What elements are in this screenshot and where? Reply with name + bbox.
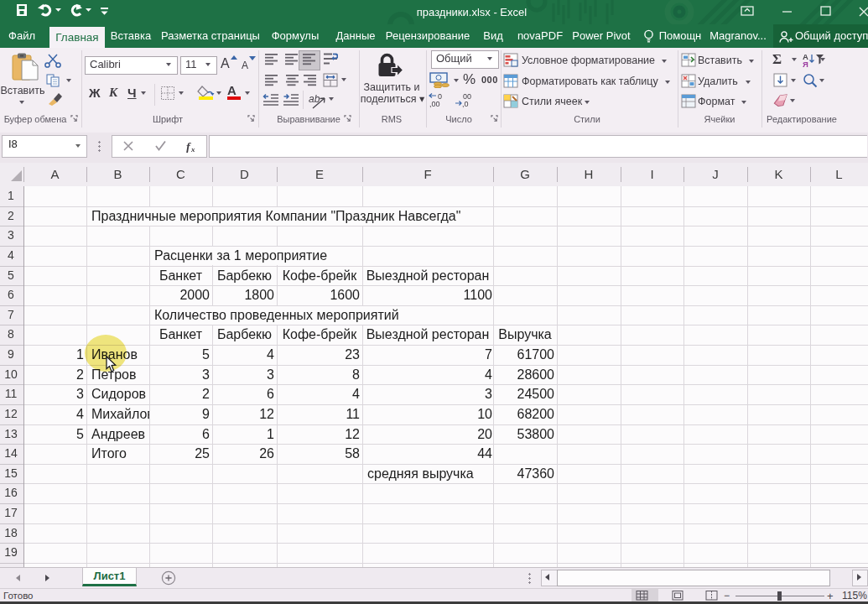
- svg-text:,0: ,0: [462, 100, 469, 108]
- svg-text:x: x: [190, 145, 195, 154]
- svg-text:Я: Я: [803, 60, 808, 68]
- svg-text:,00: ,00: [429, 100, 440, 108]
